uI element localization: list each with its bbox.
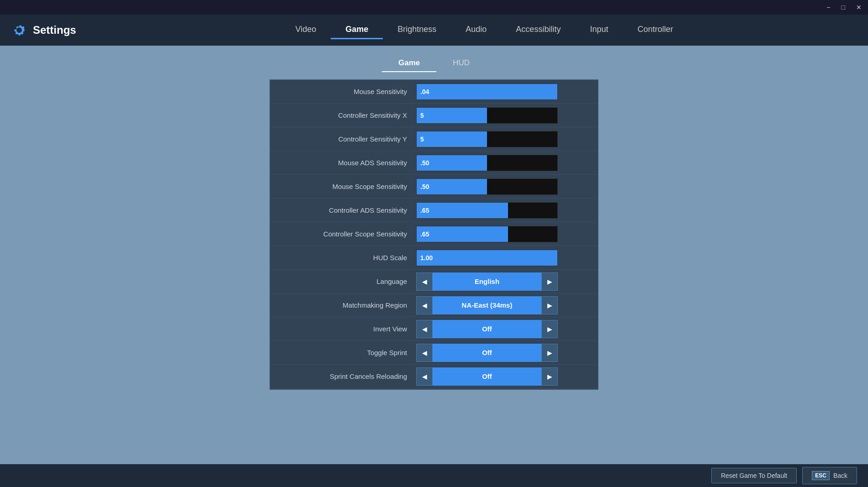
label-controller-ads-sensitivity: Controller ADS Sensitivity xyxy=(270,206,416,214)
sub-tabs: Game HUD xyxy=(382,55,486,72)
back-button[interactable]: ESC Back xyxy=(802,467,857,484)
setting-row-mouse-scope-sensitivity: Mouse Scope Sensitivity .50 xyxy=(270,175,598,199)
slider-fill-mouse-scope-sensitivity: .50 xyxy=(417,179,487,194)
language-prev-button[interactable]: ◀ xyxy=(416,272,433,291)
slider-controller-sensitivity-y[interactable]: 5 xyxy=(416,131,558,147)
gear-icon xyxy=(11,22,27,38)
reset-button[interactable]: Reset Game To Default xyxy=(711,468,797,483)
setting-row-mouse-sensitivity: Mouse Sensitivity .04 xyxy=(270,80,598,104)
label-controller-sensitivity-y: Controller Sensitivity Y xyxy=(270,135,416,143)
label-toggle-sprint: Toggle Sprint xyxy=(270,349,416,356)
sprint-cancels-reloading-value: Off xyxy=(433,367,541,386)
setting-row-matchmaking-region: Matchmaking Region ◀ NA-East (34ms) ▶ xyxy=(270,293,598,317)
language-value: English xyxy=(433,272,541,291)
label-controller-scope-sensitivity: Controller Scope Sensitivity xyxy=(270,230,416,238)
control-controller-ads-sensitivity[interactable]: .65 xyxy=(416,202,593,219)
tab-video[interactable]: Video xyxy=(281,21,331,39)
sprint-cancels-reloading-prev-button[interactable]: ◀ xyxy=(416,367,433,386)
matchmaking-region-next-button[interactable]: ▶ xyxy=(541,296,558,314)
arrow-control-matchmaking-region: ◀ NA-East (34ms) ▶ xyxy=(416,296,558,314)
label-mouse-scope-sensitivity: Mouse Scope Sensitivity xyxy=(270,183,416,190)
control-mouse-sensitivity[interactable]: .04 xyxy=(416,84,593,100)
invert-view-value: Off xyxy=(433,320,541,338)
matchmaking-region-prev-button[interactable]: ◀ xyxy=(416,296,433,314)
control-language: ◀ English ▶ xyxy=(416,272,593,291)
arrow-control-sprint-cancels-reloading: ◀ Off ▶ xyxy=(416,367,558,386)
control-sprint-cancels-reloading: ◀ Off ▶ xyxy=(416,367,593,386)
matchmaking-region-value: NA-East (34ms) xyxy=(433,296,541,314)
slider-fill-controller-sensitivity-y: 5 xyxy=(417,131,487,147)
tab-game[interactable]: Game xyxy=(331,21,383,39)
slider-mouse-sensitivity[interactable]: .04 xyxy=(416,84,558,100)
control-controller-sensitivity-x[interactable]: 5 xyxy=(416,107,593,124)
toggle-sprint-next-button[interactable]: ▶ xyxy=(541,344,558,362)
slider-fill-controller-ads-sensitivity: .65 xyxy=(417,203,508,218)
sub-tab-hud[interactable]: HUD xyxy=(436,55,486,72)
setting-row-invert-view: Invert View ◀ Off ▶ xyxy=(270,317,598,341)
toggle-sprint-value: Off xyxy=(433,344,541,362)
arrow-control-invert-view: ◀ Off ▶ xyxy=(416,320,558,338)
app-logo-area: Settings xyxy=(0,22,101,38)
control-controller-sensitivity-y[interactable]: 5 xyxy=(416,131,593,147)
control-hud-scale[interactable]: 1.00 xyxy=(416,250,593,266)
toggle-sprint-prev-button[interactable]: ◀ xyxy=(416,344,433,362)
setting-row-toggle-sprint: Toggle Sprint ◀ Off ▶ xyxy=(270,341,598,365)
esc-key-label: ESC xyxy=(812,471,830,480)
nav-tabs: Video Game Brightness Audio Accessibilit… xyxy=(101,21,868,39)
setting-row-tap-to-search: Tap to Search / Interact ◀ Off ▶ xyxy=(270,388,598,390)
setting-row-controller-sensitivity-y: Controller Sensitivity Y 5 xyxy=(270,127,598,151)
tab-audio[interactable]: Audio xyxy=(451,21,501,39)
arrow-control-language: ◀ English ▶ xyxy=(416,272,558,291)
setting-row-hud-scale: HUD Scale 1.00 xyxy=(270,246,598,270)
restore-button[interactable]: □ xyxy=(839,3,848,12)
slider-controller-ads-sensitivity[interactable]: .65 xyxy=(416,202,558,219)
language-next-button[interactable]: ▶ xyxy=(541,272,558,291)
app-header: Settings Video Game Brightness Audio Acc… xyxy=(0,15,868,46)
app-title: Settings xyxy=(33,24,76,37)
control-controller-scope-sensitivity[interactable]: .65 xyxy=(416,226,593,242)
bottom-bar: Reset Game To Default ESC Back xyxy=(0,464,868,487)
slider-hud-scale[interactable]: 1.00 xyxy=(416,250,558,266)
tab-controller[interactable]: Controller xyxy=(623,21,688,39)
setting-row-language: Language ◀ English ▶ xyxy=(270,270,598,293)
invert-view-next-button[interactable]: ▶ xyxy=(541,320,558,338)
label-matchmaking-region: Matchmaking Region xyxy=(270,301,416,309)
slider-fill-mouse-ads-sensitivity: .50 xyxy=(417,155,487,171)
setting-row-mouse-ads-sensitivity: Mouse ADS Sensitivity .50 xyxy=(270,151,598,175)
sprint-cancels-reloading-next-button[interactable]: ▶ xyxy=(541,367,558,386)
slider-controller-scope-sensitivity[interactable]: .65 xyxy=(416,226,558,242)
label-invert-view: Invert View xyxy=(270,325,416,333)
settings-panel: Mouse Sensitivity .04 Controller Sensiti… xyxy=(270,79,598,390)
label-mouse-sensitivity: Mouse Sensitivity xyxy=(270,88,416,95)
back-label: Back xyxy=(833,472,847,479)
label-controller-sensitivity-x: Controller Sensitivity X xyxy=(270,111,416,119)
main-content: Game HUD Mouse Sensitivity .04 Controlle… xyxy=(0,46,868,464)
setting-row-controller-scope-sensitivity: Controller Scope Sensitivity .65 xyxy=(270,222,598,246)
tab-accessibility[interactable]: Accessibility xyxy=(501,21,575,39)
invert-view-prev-button[interactable]: ◀ xyxy=(416,320,433,338)
control-matchmaking-region: ◀ NA-East (34ms) ▶ xyxy=(416,296,593,314)
label-mouse-ads-sensitivity: Mouse ADS Sensitivity xyxy=(270,159,416,167)
label-hud-scale: HUD Scale xyxy=(270,254,416,262)
minimize-button[interactable]: − xyxy=(824,3,833,12)
slider-mouse-scope-sensitivity[interactable]: .50 xyxy=(416,178,558,195)
close-button[interactable]: ✕ xyxy=(853,3,864,12)
tab-brightness[interactable]: Brightness xyxy=(383,21,451,39)
slider-fill-controller-sensitivity-x: 5 xyxy=(417,108,487,123)
label-sprint-cancels-reloading: Sprint Cancels Reloading xyxy=(270,372,416,380)
sub-tab-game[interactable]: Game xyxy=(382,55,436,72)
setting-row-controller-sensitivity-x: Controller Sensitivity X 5 xyxy=(270,104,598,127)
slider-mouse-ads-sensitivity[interactable]: .50 xyxy=(416,155,558,171)
slider-fill-controller-scope-sensitivity: .65 xyxy=(417,226,508,242)
control-mouse-scope-sensitivity[interactable]: .50 xyxy=(416,178,593,195)
label-language: Language xyxy=(270,278,416,285)
tab-input[interactable]: Input xyxy=(575,21,623,39)
arrow-control-toggle-sprint: ◀ Off ▶ xyxy=(416,344,558,362)
title-bar: − □ ✕ xyxy=(0,0,868,15)
setting-row-controller-ads-sensitivity: Controller ADS Sensitivity .65 xyxy=(270,199,598,222)
slider-controller-sensitivity-x[interactable]: 5 xyxy=(416,107,558,124)
control-toggle-sprint: ◀ Off ▶ xyxy=(416,344,593,362)
setting-row-sprint-cancels-reloading: Sprint Cancels Reloading ◀ Off ▶ xyxy=(270,365,598,388)
control-mouse-ads-sensitivity[interactable]: .50 xyxy=(416,155,593,171)
control-invert-view: ◀ Off ▶ xyxy=(416,320,593,338)
